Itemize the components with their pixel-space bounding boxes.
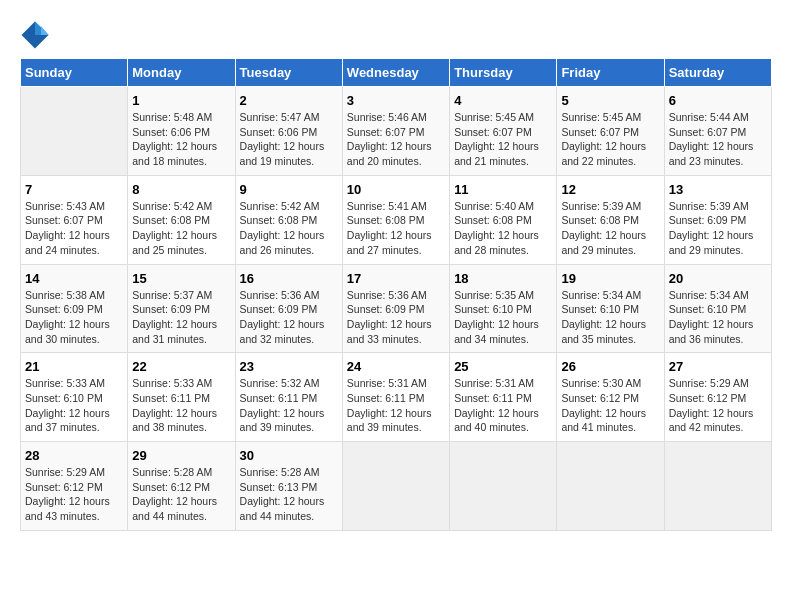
page-header	[20, 20, 772, 50]
day-number: 12	[561, 182, 659, 197]
calendar-week-3: 14Sunrise: 5:38 AM Sunset: 6:09 PM Dayli…	[21, 264, 772, 353]
calendar-cell: 5Sunrise: 5:45 AM Sunset: 6:07 PM Daylig…	[557, 87, 664, 176]
day-header-sunday: Sunday	[21, 59, 128, 87]
day-info: Sunrise: 5:42 AM Sunset: 6:08 PM Dayligh…	[240, 199, 338, 258]
logo-icon	[20, 20, 50, 50]
day-info: Sunrise: 5:34 AM Sunset: 6:10 PM Dayligh…	[669, 288, 767, 347]
day-number: 6	[669, 93, 767, 108]
day-info: Sunrise: 5:40 AM Sunset: 6:08 PM Dayligh…	[454, 199, 552, 258]
calendar-cell: 7Sunrise: 5:43 AM Sunset: 6:07 PM Daylig…	[21, 175, 128, 264]
day-number: 16	[240, 271, 338, 286]
calendar-cell: 21Sunrise: 5:33 AM Sunset: 6:10 PM Dayli…	[21, 353, 128, 442]
calendar-week-1: 1Sunrise: 5:48 AM Sunset: 6:06 PM Daylig…	[21, 87, 772, 176]
day-info: Sunrise: 5:35 AM Sunset: 6:10 PM Dayligh…	[454, 288, 552, 347]
calendar-week-4: 21Sunrise: 5:33 AM Sunset: 6:10 PM Dayli…	[21, 353, 772, 442]
calendar-week-5: 28Sunrise: 5:29 AM Sunset: 6:12 PM Dayli…	[21, 442, 772, 531]
day-number: 8	[132, 182, 230, 197]
calendar-cell: 26Sunrise: 5:30 AM Sunset: 6:12 PM Dayli…	[557, 353, 664, 442]
day-number: 30	[240, 448, 338, 463]
calendar-cell: 4Sunrise: 5:45 AM Sunset: 6:07 PM Daylig…	[450, 87, 557, 176]
calendar-cell: 13Sunrise: 5:39 AM Sunset: 6:09 PM Dayli…	[664, 175, 771, 264]
day-info: Sunrise: 5:34 AM Sunset: 6:10 PM Dayligh…	[561, 288, 659, 347]
day-number: 1	[132, 93, 230, 108]
day-number: 13	[669, 182, 767, 197]
day-info: Sunrise: 5:31 AM Sunset: 6:11 PM Dayligh…	[454, 376, 552, 435]
day-info: Sunrise: 5:32 AM Sunset: 6:11 PM Dayligh…	[240, 376, 338, 435]
day-number: 26	[561, 359, 659, 374]
calendar-cell: 18Sunrise: 5:35 AM Sunset: 6:10 PM Dayli…	[450, 264, 557, 353]
day-number: 25	[454, 359, 552, 374]
calendar-cell: 20Sunrise: 5:34 AM Sunset: 6:10 PM Dayli…	[664, 264, 771, 353]
day-info: Sunrise: 5:46 AM Sunset: 6:07 PM Dayligh…	[347, 110, 445, 169]
day-info: Sunrise: 5:41 AM Sunset: 6:08 PM Dayligh…	[347, 199, 445, 258]
day-info: Sunrise: 5:28 AM Sunset: 6:13 PM Dayligh…	[240, 465, 338, 524]
day-info: Sunrise: 5:29 AM Sunset: 6:12 PM Dayligh…	[669, 376, 767, 435]
calendar-cell: 6Sunrise: 5:44 AM Sunset: 6:07 PM Daylig…	[664, 87, 771, 176]
calendar-cell: 25Sunrise: 5:31 AM Sunset: 6:11 PM Dayli…	[450, 353, 557, 442]
day-info: Sunrise: 5:44 AM Sunset: 6:07 PM Dayligh…	[669, 110, 767, 169]
calendar-cell: 9Sunrise: 5:42 AM Sunset: 6:08 PM Daylig…	[235, 175, 342, 264]
day-info: Sunrise: 5:43 AM Sunset: 6:07 PM Dayligh…	[25, 199, 123, 258]
day-info: Sunrise: 5:37 AM Sunset: 6:09 PM Dayligh…	[132, 288, 230, 347]
day-info: Sunrise: 5:38 AM Sunset: 6:09 PM Dayligh…	[25, 288, 123, 347]
svg-marker-2	[41, 26, 49, 35]
logo	[20, 20, 54, 50]
day-info: Sunrise: 5:33 AM Sunset: 6:11 PM Dayligh…	[132, 376, 230, 435]
day-info: Sunrise: 5:39 AM Sunset: 6:08 PM Dayligh…	[561, 199, 659, 258]
calendar-cell: 19Sunrise: 5:34 AM Sunset: 6:10 PM Dayli…	[557, 264, 664, 353]
day-info: Sunrise: 5:31 AM Sunset: 6:11 PM Dayligh…	[347, 376, 445, 435]
calendar-week-2: 7Sunrise: 5:43 AM Sunset: 6:07 PM Daylig…	[21, 175, 772, 264]
calendar-cell: 14Sunrise: 5:38 AM Sunset: 6:09 PM Dayli…	[21, 264, 128, 353]
day-info: Sunrise: 5:30 AM Sunset: 6:12 PM Dayligh…	[561, 376, 659, 435]
calendar-cell	[342, 442, 449, 531]
calendar-header-row: SundayMondayTuesdayWednesdayThursdayFrid…	[21, 59, 772, 87]
day-number: 5	[561, 93, 659, 108]
day-number: 9	[240, 182, 338, 197]
day-number: 2	[240, 93, 338, 108]
day-number: 20	[669, 271, 767, 286]
day-header-friday: Friday	[557, 59, 664, 87]
day-info: Sunrise: 5:45 AM Sunset: 6:07 PM Dayligh…	[561, 110, 659, 169]
day-number: 18	[454, 271, 552, 286]
day-info: Sunrise: 5:47 AM Sunset: 6:06 PM Dayligh…	[240, 110, 338, 169]
day-info: Sunrise: 5:36 AM Sunset: 6:09 PM Dayligh…	[347, 288, 445, 347]
calendar-cell: 24Sunrise: 5:31 AM Sunset: 6:11 PM Dayli…	[342, 353, 449, 442]
calendar-cell	[450, 442, 557, 531]
day-number: 21	[25, 359, 123, 374]
day-header-tuesday: Tuesday	[235, 59, 342, 87]
day-info: Sunrise: 5:39 AM Sunset: 6:09 PM Dayligh…	[669, 199, 767, 258]
day-number: 15	[132, 271, 230, 286]
calendar-cell: 27Sunrise: 5:29 AM Sunset: 6:12 PM Dayli…	[664, 353, 771, 442]
day-info: Sunrise: 5:48 AM Sunset: 6:06 PM Dayligh…	[132, 110, 230, 169]
calendar-cell	[557, 442, 664, 531]
calendar-cell: 3Sunrise: 5:46 AM Sunset: 6:07 PM Daylig…	[342, 87, 449, 176]
calendar-cell: 8Sunrise: 5:42 AM Sunset: 6:08 PM Daylig…	[128, 175, 235, 264]
calendar-cell	[664, 442, 771, 531]
calendar-cell: 16Sunrise: 5:36 AM Sunset: 6:09 PM Dayli…	[235, 264, 342, 353]
day-info: Sunrise: 5:33 AM Sunset: 6:10 PM Dayligh…	[25, 376, 123, 435]
day-info: Sunrise: 5:42 AM Sunset: 6:08 PM Dayligh…	[132, 199, 230, 258]
calendar-table: SundayMondayTuesdayWednesdayThursdayFrid…	[20, 58, 772, 531]
day-number: 28	[25, 448, 123, 463]
day-number: 3	[347, 93, 445, 108]
calendar-cell: 15Sunrise: 5:37 AM Sunset: 6:09 PM Dayli…	[128, 264, 235, 353]
day-number: 27	[669, 359, 767, 374]
day-header-wednesday: Wednesday	[342, 59, 449, 87]
day-number: 19	[561, 271, 659, 286]
calendar-cell: 11Sunrise: 5:40 AM Sunset: 6:08 PM Dayli…	[450, 175, 557, 264]
day-number: 11	[454, 182, 552, 197]
day-header-saturday: Saturday	[664, 59, 771, 87]
day-number: 17	[347, 271, 445, 286]
day-info: Sunrise: 5:36 AM Sunset: 6:09 PM Dayligh…	[240, 288, 338, 347]
calendar-cell: 28Sunrise: 5:29 AM Sunset: 6:12 PM Dayli…	[21, 442, 128, 531]
day-number: 4	[454, 93, 552, 108]
calendar-cell: 1Sunrise: 5:48 AM Sunset: 6:06 PM Daylig…	[128, 87, 235, 176]
calendar-cell: 17Sunrise: 5:36 AM Sunset: 6:09 PM Dayli…	[342, 264, 449, 353]
day-number: 7	[25, 182, 123, 197]
day-number: 14	[25, 271, 123, 286]
day-info: Sunrise: 5:28 AM Sunset: 6:12 PM Dayligh…	[132, 465, 230, 524]
calendar-cell: 23Sunrise: 5:32 AM Sunset: 6:11 PM Dayli…	[235, 353, 342, 442]
day-number: 10	[347, 182, 445, 197]
day-number: 22	[132, 359, 230, 374]
calendar-cell: 22Sunrise: 5:33 AM Sunset: 6:11 PM Dayli…	[128, 353, 235, 442]
